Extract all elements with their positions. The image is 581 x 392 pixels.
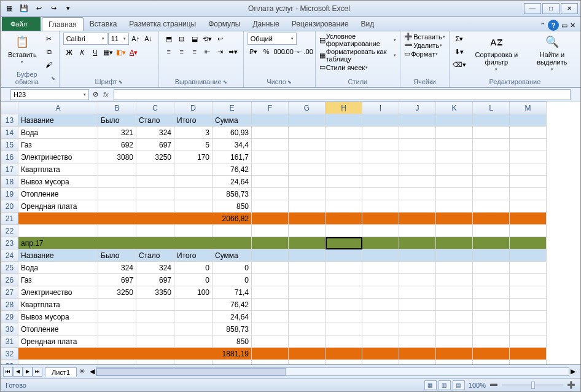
cell-33-G[interactable] bbox=[289, 360, 326, 365]
align-left-icon[interactable]: ≡ bbox=[163, 45, 175, 58]
cell-13-L[interactable] bbox=[473, 114, 510, 127]
close-button[interactable]: ✕ bbox=[561, 3, 578, 14]
cell-25-H[interactable] bbox=[326, 262, 362, 274]
cell-32-L[interactable] bbox=[473, 348, 510, 360]
cell-24-D[interactable]: Итого bbox=[174, 249, 213, 262]
cell-28-B[interactable] bbox=[98, 299, 136, 311]
cell-32-G[interactable] bbox=[289, 348, 326, 360]
cell-28-F[interactable] bbox=[252, 299, 289, 311]
cell-13-F[interactable] bbox=[252, 114, 289, 127]
cell-24-M[interactable] bbox=[510, 249, 547, 262]
copy-icon[interactable]: ⧉ bbox=[43, 45, 55, 58]
cell-28-I[interactable] bbox=[362, 299, 399, 311]
cell-15-D[interactable]: 5 bbox=[174, 139, 213, 151]
minimize-button[interactable]: — bbox=[524, 3, 541, 14]
cell-21-H[interactable] bbox=[326, 213, 362, 225]
cell-26-K[interactable] bbox=[436, 274, 473, 286]
save-icon[interactable]: 💾 bbox=[18, 2, 30, 15]
cell-17-B[interactable] bbox=[98, 163, 136, 176]
cell-15-F[interactable] bbox=[252, 139, 289, 151]
border-button[interactable]: ▦▾ bbox=[102, 46, 114, 58]
cancel-formula-icon[interactable]: ⊘ bbox=[93, 90, 98, 98]
cell-22-B[interactable] bbox=[98, 225, 136, 237]
cell-14-I[interactable] bbox=[362, 127, 399, 139]
cell-23-K[interactable] bbox=[436, 237, 473, 249]
hscroll-track[interactable] bbox=[96, 367, 569, 376]
ribbon-tab-4[interactable]: Данные bbox=[246, 17, 285, 31]
ribbon-tab-5[interactable]: Рецензирование bbox=[286, 17, 355, 31]
minimize-ribbon-icon[interactable]: ⌃ bbox=[540, 22, 545, 29]
cell-31-I[interactable] bbox=[362, 335, 399, 348]
cell-27-H[interactable] bbox=[326, 286, 362, 299]
cell-16-D[interactable]: 170 bbox=[174, 151, 213, 163]
cell-20-B[interactable] bbox=[98, 200, 136, 213]
cell-31-H[interactable] bbox=[326, 335, 362, 348]
cell-24-H[interactable] bbox=[326, 249, 362, 262]
col-header-J[interactable]: J bbox=[399, 102, 436, 114]
cell-32-H[interactable] bbox=[326, 348, 362, 360]
zoom-out-icon[interactable]: ➖ bbox=[489, 381, 498, 389]
col-header-H[interactable]: H bbox=[326, 102, 362, 114]
select-all-cell[interactable] bbox=[1, 102, 18, 114]
cell-31-G[interactable] bbox=[289, 335, 326, 348]
cell-28-A[interactable]: Квартплата bbox=[18, 299, 98, 311]
cell-24-F[interactable] bbox=[252, 249, 289, 262]
cell-18-B[interactable] bbox=[98, 176, 136, 188]
cell-19-F[interactable] bbox=[252, 188, 289, 200]
cell-24-J[interactable] bbox=[399, 249, 436, 262]
cell-30-H[interactable] bbox=[326, 323, 362, 335]
cell-33-H[interactable] bbox=[326, 360, 362, 365]
cell-28-K[interactable] bbox=[436, 299, 473, 311]
row-header-23[interactable]: 23 bbox=[1, 237, 18, 249]
cell-16-L[interactable] bbox=[473, 151, 510, 163]
cell-20-D[interactable] bbox=[174, 200, 213, 213]
cell-14-A[interactable]: Вода bbox=[18, 127, 98, 139]
page-break-view-icon[interactable]: ▤ bbox=[453, 380, 465, 390]
cell-33-M[interactable] bbox=[510, 360, 547, 365]
restore-window-icon[interactable]: ▭ bbox=[561, 22, 567, 29]
cell-19-I[interactable] bbox=[362, 188, 399, 200]
cell-16-B[interactable]: 3080 bbox=[98, 151, 136, 163]
cell-30-M[interactable] bbox=[510, 323, 547, 335]
col-header-G[interactable]: G bbox=[289, 102, 326, 114]
cell-14-M[interactable] bbox=[510, 127, 547, 139]
cell-23-H[interactable] bbox=[326, 237, 362, 249]
cell-15-M[interactable] bbox=[510, 139, 547, 151]
new-sheet-icon[interactable]: ✳ bbox=[79, 367, 85, 375]
row-header-17[interactable]: 17 bbox=[1, 163, 18, 176]
worksheet-area[interactable]: ABCDEFGHIJKLM13НазваниеБылоСталоИтогоСум… bbox=[1, 101, 580, 364]
cell-15-K[interactable] bbox=[436, 139, 473, 151]
bold-button[interactable]: Ж bbox=[63, 46, 76, 58]
cell-33-L[interactable] bbox=[473, 360, 510, 365]
decrease-indent-icon[interactable]: ⇤ bbox=[201, 45, 214, 58]
cell-31-C[interactable] bbox=[136, 335, 174, 348]
cell-25-A[interactable]: Вода bbox=[18, 262, 98, 274]
row-header-28[interactable]: 28 bbox=[1, 299, 18, 311]
cell-16-F[interactable] bbox=[252, 151, 289, 163]
cell-17-E[interactable]: 76,42 bbox=[213, 163, 252, 176]
cell-21-M[interactable] bbox=[510, 213, 547, 225]
cell-31-D[interactable] bbox=[174, 335, 213, 348]
cell-18-G[interactable] bbox=[289, 176, 326, 188]
cell-14-D[interactable]: 3 bbox=[174, 127, 213, 139]
cell-18-M[interactable] bbox=[510, 176, 547, 188]
clear-icon[interactable]: ⌫▾ bbox=[453, 58, 466, 71]
cell-27-L[interactable] bbox=[473, 286, 510, 299]
cell-20-M[interactable] bbox=[510, 200, 547, 213]
cell-29-G[interactable] bbox=[289, 311, 326, 323]
row-header-15[interactable]: 15 bbox=[1, 139, 18, 151]
cell-28-C[interactable] bbox=[136, 299, 174, 311]
cell-15-B[interactable]: 692 bbox=[98, 139, 136, 151]
cell-14-B[interactable]: 321 bbox=[98, 127, 136, 139]
cell-29-L[interactable] bbox=[473, 311, 510, 323]
cell-26-L[interactable] bbox=[473, 274, 510, 286]
row-header-19[interactable]: 19 bbox=[1, 188, 18, 200]
cell-22-G[interactable] bbox=[289, 225, 326, 237]
qat-more-icon[interactable]: ▾ bbox=[62, 2, 74, 15]
row-header-30[interactable]: 30 bbox=[1, 323, 18, 335]
cell-18-H[interactable] bbox=[326, 176, 362, 188]
cell-18-F[interactable] bbox=[252, 176, 289, 188]
cell-17-A[interactable]: Квартплата bbox=[18, 163, 98, 176]
cell-28-J[interactable] bbox=[399, 299, 436, 311]
cell-27-A[interactable]: Электричество bbox=[18, 286, 98, 299]
